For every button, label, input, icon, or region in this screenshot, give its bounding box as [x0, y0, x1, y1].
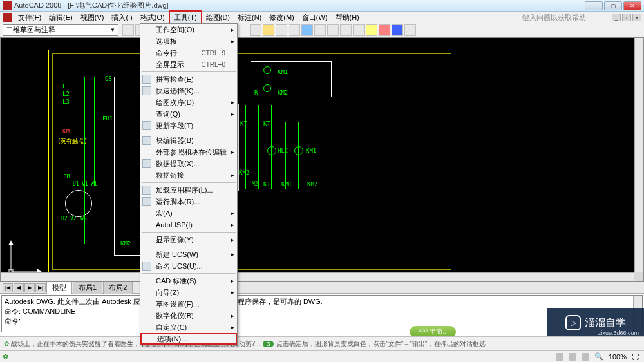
toolbar-icon[interactable] — [392, 24, 403, 36]
scroll-corner — [634, 272, 643, 281]
menu-insert[interactable]: 插入(I) — [108, 12, 136, 24]
status-zoom[interactable]: 100% — [606, 353, 629, 361]
line — [258, 105, 259, 189]
menu-item[interactable]: AutoLISP(I) — [140, 219, 237, 231]
menu-item[interactable]: 绘图次序(D) — [140, 97, 237, 108]
menu-item[interactable]: 工作空间(O) — [140, 24, 237, 35]
menu-label: 选项板 — [156, 37, 177, 46]
separator — [142, 182, 236, 183]
menu-item[interactable]: 数据提取(X)... — [140, 158, 237, 169]
tab-model[interactable]: 模型 — [46, 281, 72, 294]
menu-modify[interactable]: 修改(M) — [265, 12, 298, 24]
menu-item[interactable]: 运行脚本(R)... — [140, 196, 237, 207]
workspace-combo[interactable]: 二维草图与注释 ▼ — [3, 24, 118, 36]
maximize-button[interactable]: ▢ — [604, 1, 622, 10]
menu-item[interactable]: 新建 UCS(W) — [140, 249, 237, 260]
status-expand[interactable]: ⛶ — [629, 353, 641, 361]
menu-label: 绘图次序(D) — [156, 98, 194, 108]
menu-item[interactable]: 数据链接 — [140, 169, 237, 181]
status-icon[interactable] — [553, 353, 566, 361]
label-u1: U1 — [73, 181, 79, 187]
status-volume[interactable] — [579, 353, 592, 361]
menu-item[interactable]: 数字化仪(B) — [140, 310, 237, 321]
menu-item[interactable]: 自定义(C) — [140, 321, 237, 333]
mdi-min[interactable]: _ — [612, 14, 621, 21]
menu-dimension[interactable]: 标注(N) — [234, 12, 265, 24]
toolbar-icon[interactable] — [340, 24, 352, 36]
toolbar-icon[interactable] — [404, 24, 416, 36]
mdi-close[interactable]: × — [632, 14, 641, 21]
menu-label: 运行脚本(R)... — [156, 197, 200, 207]
menu-item[interactable]: 向导(Z) — [140, 287, 237, 298]
menu-item[interactable]: 宏(A) — [140, 207, 237, 219]
menu-bar: 文件(F) 编辑(E) 视图(V) 插入(I) 格式(O) 工具(T) 绘图(D… — [0, 12, 644, 23]
menu-item[interactable]: 选项(N)... — [140, 333, 237, 345]
close-button[interactable]: ✕ — [623, 1, 641, 10]
toolbar-icon[interactable] — [366, 24, 377, 36]
menu-item[interactable]: 全屏显示CTRL+0 — [140, 59, 237, 70]
menu-label: AutoLISP(I) — [156, 221, 193, 229]
command-window[interactable]: Autodesk DWG. 此文件上次由 Autodesk 应用程序或 Auto… — [1, 295, 643, 332]
tools-dropdown: 工作空间(O)选项板命令行CTRL+9全屏显示CTRL+0拼写检查(E)快速选择… — [140, 23, 238, 345]
menu-file[interactable]: 文件(F) — [14, 12, 45, 24]
label-km2c: KM2 — [239, 169, 249, 176]
menu-window[interactable]: 窗口(W) — [298, 12, 332, 24]
menu-label: 块编辑器(B) — [156, 136, 194, 146]
toolbar-icon[interactable] — [327, 24, 339, 36]
menu-item[interactable]: 外部参照和块在位编辑 — [140, 146, 237, 158]
toolbar-icon[interactable] — [263, 24, 274, 36]
tip-badge[interactable]: 3 — [263, 341, 274, 347]
leaf-icon: ✿ — [4, 340, 9, 347]
menu-item[interactable]: 命令行CTRL+9 — [140, 47, 237, 59]
menu-item[interactable]: CAD 标准(S) — [140, 275, 237, 287]
menu-item[interactable]: 显示图像(Y) — [140, 234, 237, 245]
menu-item[interactable]: 草图设置(F)... — [140, 298, 237, 310]
tab-first[interactable]: |◀ — [3, 283, 13, 292]
menu-item[interactable]: 查询(Q) — [140, 108, 237, 120]
scrollbar-horizontal[interactable] — [1, 272, 634, 281]
toolbar-icon[interactable] — [353, 24, 365, 36]
panel-box — [114, 77, 142, 256]
menu-label: CAD 标准(S) — [156, 276, 196, 286]
toolbar-icon[interactable] — [289, 24, 300, 36]
menu-item[interactable]: 命名 UCS(U)... — [140, 260, 237, 272]
menu-item[interactable]: 拼写检查(E) — [140, 73, 237, 85]
toolbar-icon[interactable] — [122, 24, 134, 36]
line — [271, 105, 272, 189]
tab-next[interactable]: ▶ — [24, 283, 35, 292]
minimize-button[interactable]: — — [585, 1, 603, 10]
menu-label: 外部参照和块在位编辑 — [156, 148, 227, 157]
tab-layout1[interactable]: 布局1 — [73, 281, 102, 294]
menu-draw[interactable]: 绘图(D) — [202, 12, 234, 24]
toolbar-icon[interactable] — [250, 24, 261, 36]
toolbar-icon[interactable] — [379, 24, 390, 36]
drawing-area[interactable]: QS L1 L2 L3 FU1 KM (黄有触点) FR U1 V1 W1 U2… — [0, 37, 644, 282]
line — [104, 77, 104, 186]
menu-item[interactable]: 更新字段(T) — [140, 120, 237, 131]
menu-format[interactable]: 格式(O) — [137, 12, 169, 24]
lamp — [263, 66, 271, 74]
title-bar: AutoCAD 2008 - [F:\电气CAD作业\经验图片.dwg] — ▢… — [0, 0, 644, 12]
menu-item[interactable]: 选项板 — [140, 35, 237, 47]
tab-layout2[interactable]: 布局2 — [103, 281, 133, 294]
tab-last[interactable]: ▶| — [35, 283, 46, 292]
mdi-restore[interactable]: ▫ — [622, 14, 631, 21]
search-hint[interactable]: 键入问题以获取帮助 — [522, 13, 586, 23]
toolbar-icon[interactable] — [276, 24, 287, 36]
label-km: KM — [62, 128, 70, 135]
menu-item[interactable]: 快速选择(K)... — [140, 85, 237, 97]
lamp — [267, 146, 276, 155]
menu-item[interactable]: 块编辑器(B) — [140, 135, 237, 146]
tab-prev[interactable]: ◀ — [14, 283, 24, 292]
menu-edit[interactable]: 编辑(E) — [45, 12, 77, 24]
scrollbar-vertical[interactable] — [634, 38, 643, 281]
menu-item[interactable]: 加载应用程序(L)... — [140, 184, 237, 196]
label-km2t: KM2 — [278, 90, 288, 96]
status-zoom-out[interactable]: 🔍 — [592, 352, 606, 361]
status-icon[interactable] — [566, 353, 579, 361]
menu-help[interactable]: 帮助(H) — [332, 12, 363, 24]
toolbar-icon[interactable] — [314, 24, 326, 36]
menu-view[interactable]: 视图(V) — [77, 12, 108, 24]
separator — [142, 247, 236, 247]
toolbar-icon[interactable] — [301, 24, 313, 36]
